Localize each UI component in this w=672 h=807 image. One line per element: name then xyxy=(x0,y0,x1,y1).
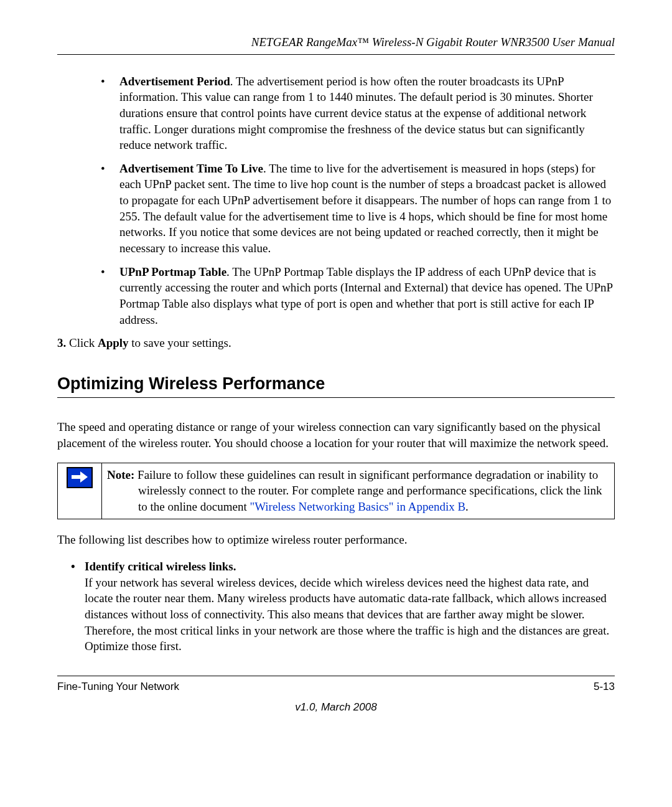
list-item: Identify critical wireless links. If you… xyxy=(71,559,615,654)
step-text-pre: Click xyxy=(69,336,98,349)
note-icon-cell xyxy=(58,463,102,519)
footer-row: Fine-Tuning Your Network 5-13 xyxy=(57,680,615,694)
footer-version: v1.0, March 2008 xyxy=(57,701,615,715)
step-3: 3. Click Apply to save your settings. xyxy=(57,335,615,351)
note-label: Note: xyxy=(107,468,134,481)
optimization-list: Identify critical wireless links. If you… xyxy=(57,559,615,654)
page-header-title: NETGEAR RangeMax™ Wireless-N Gigabit Rou… xyxy=(57,34,615,50)
appendix-link[interactable]: "Wireless Networking Basics" in Appendix… xyxy=(250,500,465,513)
upnp-definitions-list: Advertisement Period. The advertisement … xyxy=(57,73,615,328)
step-text-bold: Apply xyxy=(98,336,129,349)
arrow-right-icon xyxy=(67,467,93,488)
note-body-post: . xyxy=(465,500,469,513)
list-item: UPnP Portmap Table. The UPnP Portmap Tab… xyxy=(95,264,615,328)
footer-page-number: 5-13 xyxy=(594,680,615,694)
footer-rule xyxy=(57,676,615,676)
definition-term: Advertisement Time To Live xyxy=(119,162,263,175)
note-box: Note: Failure to follow these guidelines… xyxy=(57,463,615,519)
header-rule xyxy=(57,54,615,55)
note-content: Note: Failure to follow these guidelines… xyxy=(102,463,615,519)
footer-chapter: Fine-Tuning Your Network xyxy=(57,680,179,694)
step-number: 3. xyxy=(57,336,66,349)
document-page: NETGEAR RangeMax™ Wireless-N Gigabit Rou… xyxy=(0,0,672,740)
step-text-post: to save your settings. xyxy=(129,336,231,349)
section-intro: The speed and operating distance or rang… xyxy=(57,419,615,451)
definition-term: Advertisement Period xyxy=(119,75,230,88)
optimization-term: Identify critical wireless links. xyxy=(85,560,236,573)
definition-text: . The time to live for the advertisement… xyxy=(119,162,611,255)
optimization-text: If your network has several wireless dev… xyxy=(85,576,609,653)
followup-text: The following list describes how to opti… xyxy=(57,532,615,548)
list-item: Advertisement Period. The advertisement … xyxy=(95,73,615,153)
section-rule xyxy=(57,397,615,398)
list-item: Advertisement Time To Live. The time to … xyxy=(95,161,615,257)
definition-term: UPnP Portmap Table xyxy=(119,265,226,278)
section-heading: Optimizing Wireless Performance xyxy=(57,372,615,395)
